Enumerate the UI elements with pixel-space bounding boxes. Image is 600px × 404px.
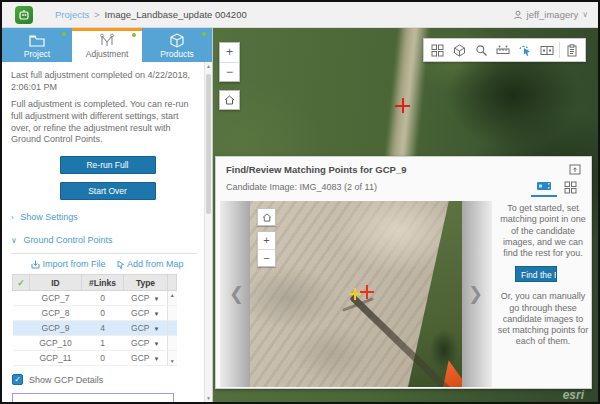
esri-watermark: esri [563,388,584,402]
cell-links[interactable]: 0 [82,291,124,306]
type-caret-icon[interactable]: ▼ [153,341,159,347]
cell-type[interactable]: GCP [131,338,149,348]
cell-links[interactable]: 0 [82,351,124,366]
cell-links[interactable]: 0 [82,306,124,321]
type-caret-icon[interactable]: ▼ [153,311,159,317]
cell-type[interactable]: GCP [131,293,149,303]
person-icon [513,10,523,20]
tab-adjustment[interactable]: Adjustment [72,28,142,62]
previous-image-chevron[interactable]: ❮ [229,287,244,301]
table-row-gcp10[interactable]: GCP_10 1 GCP▼ [13,336,177,351]
candidate-image-viewer: + − ❮ ❯ [220,201,492,387]
tab-project[interactable]: Project [2,28,72,62]
show-gcp-details-checkbox[interactable]: ✓ [12,374,23,385]
scroll-up-icon[interactable]: ▲ [205,63,212,69]
tab-products[interactable]: Products [142,28,212,62]
chevron-right-icon: › [11,213,14,222]
adjustment-icon [97,33,117,48]
add-from-map-icon [116,260,125,269]
scroll-down-icon[interactable]: ▼ [205,395,212,401]
gcp-section-header[interactable]: ∨ Ground Control Points [11,235,213,245]
type-caret-icon[interactable]: ▼ [153,356,159,362]
adjustment-status-dot [132,33,136,37]
home-extent-button[interactable] [219,90,240,110]
instructions-paragraph-2: Or, you can manually go through these ca… [497,291,589,347]
table-row-gcp7[interactable]: GCP_7 0 GCP▼ ▲ [13,291,177,306]
next-image-chevron[interactable]: ❯ [468,287,483,301]
home-icon [262,213,272,222]
gcp-table-header: ✓ ID #Links Type [13,275,177,291]
home-icon [224,95,235,105]
table-scroll-down[interactable]: ▼ [168,351,177,366]
cell-links[interactable]: 4 [82,321,124,336]
show-settings-link[interactable]: Show Settings [20,212,78,222]
gallery-view-toggle[interactable] [557,177,583,197]
app-window: Projects > Image_Landbase_update 004200 … [0,0,600,404]
adjustment-description: Full adjustment is completed. You can re… [11,99,195,146]
image-zoom-out-button[interactable]: − [258,249,275,266]
chevron-down-icon: ∨ [11,236,17,245]
user-menu[interactable]: jeff_imagery ∨ [513,9,588,20]
start-over-button[interactable]: Start Over [60,182,156,200]
select-points-tool-icon-active[interactable] [514,39,536,61]
type-caret-icon[interactable]: ▼ [153,326,159,332]
basemap-icon[interactable] [448,39,470,61]
breadcrumb-projects[interactable]: Projects [55,9,89,20]
map-view[interactable]: + − [213,28,598,402]
matching-instructions: To get started, set matching point in on… [497,203,589,348]
split-view-icon[interactable] [536,39,558,61]
search-icon[interactable] [470,39,492,61]
gcp-red-cross [360,285,374,299]
tab-adjustment-label: Adjustment [86,49,129,59]
map-zoom-control: + − [219,42,240,82]
type-caret-icon[interactable]: ▼ [153,296,159,302]
check-column-icon: ✓ [17,278,25,288]
adjustment-status-text: Last full adjustment completed on 4/22/2… [11,70,195,93]
cell-id[interactable]: GCP_9 [30,321,82,336]
show-gcp-details-row: ✓ Show GCP Details [12,374,213,385]
find-the-rest-button[interactable]: Find the Rest [515,266,557,282]
cell-id[interactable]: GCP_8 [30,306,82,321]
left-panel: Project Adjustment Products Last f [2,28,213,402]
zoom-in-button[interactable]: + [220,43,239,62]
table-row-gcp11[interactable]: GCP_11 0 GCP▼ ▼ [13,351,177,366]
import-from-file-link[interactable]: Import from File [42,259,105,269]
cell-links[interactable]: 1 [82,336,124,351]
add-from-map-link[interactable]: Add from Map [127,259,184,269]
clipboard-icon[interactable] [561,39,583,61]
gcp-table: ✓ ID #Links Type GCP_7 0 GCP▼ ▲ GCP_8 0 [12,274,177,366]
cell-type[interactable]: GCP [131,323,149,333]
cell-id[interactable]: GCP_7 [30,291,82,306]
view-toggles [531,177,583,197]
cell-type[interactable]: GCP [131,353,149,363]
user-chevron-down-icon: ∨ [582,10,588,19]
cell-type[interactable]: GCP [131,308,149,318]
rerun-full-button[interactable]: Re-run Full [60,156,156,174]
candidate-image[interactable]: + − [250,201,462,387]
project-status-dot [62,32,66,36]
table-row-gcp8[interactable]: GCP_8 0 GCP▼ [13,306,177,321]
folder-icon [28,34,46,48]
cell-id[interactable]: GCP_10 [30,336,82,351]
show-settings-row[interactable]: › Show Settings [11,212,213,222]
section-divider [11,253,197,254]
gcp-section-label[interactable]: Ground Control Points [23,235,112,245]
thumbnails-grid-icon[interactable] [426,39,448,61]
gcp-photo-placeholder: Photo not available [12,393,174,402]
scrollbar-thumb[interactable] [206,74,211,214]
zoom-out-button[interactable]: − [220,62,239,81]
measure-icon[interactable] [492,39,514,61]
image-home-button[interactable] [257,208,276,226]
popout-icon[interactable] [568,163,581,175]
single-image-view-toggle[interactable] [531,177,557,197]
panel-scrollbar[interactable]: ▲ ▼ [204,62,212,402]
table-scroll-up[interactable]: ▲ [168,291,177,306]
cell-id[interactable]: GCP_11 [30,351,82,366]
toolbar-divider [559,42,560,58]
page-title: Image_Landbase_update 004200 [105,9,247,20]
gcp-marker-red-cross [395,98,410,113]
breadcrumb-separator: > [94,10,99,20]
image-zoom-in-button[interactable]: + [258,232,275,249]
table-row-gcp9-selected[interactable]: GCP_9 4 GCP▼ [13,321,177,336]
cube-icon [169,33,185,48]
